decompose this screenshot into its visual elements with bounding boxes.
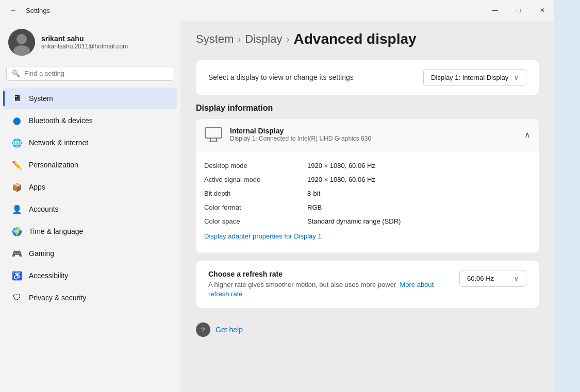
display-name-info: Internal Display Display 1: Connected to… [230, 127, 371, 142]
info-label-color-format: Color format [204, 203, 307, 211]
info-row-color-format: Color format RGB [204, 200, 531, 214]
sidebar-item-system-label: System [29, 94, 53, 103]
sidebar-item-accessibility-label: Accessibility [29, 271, 68, 280]
sidebar-item-personalization-label: Personalization [29, 161, 78, 169]
system-icon: 🖥 [11, 93, 23, 104]
close-button[interactable]: ✕ [531, 0, 554, 21]
personalization-icon: ✏️ [11, 159, 23, 171]
refresh-info: Choose a refresh rate A higher rate give… [208, 270, 449, 299]
info-row-bit-depth: Bit depth 8-bit [204, 186, 531, 200]
back-button[interactable]: ← [6, 3, 21, 18]
sidebar-item-accounts[interactable]: 👤 Accounts [3, 198, 177, 220]
main-content: System › Display › Advanced display Sele… [180, 21, 554, 392]
get-help-section[interactable]: ? Get help [196, 316, 539, 343]
privacy-icon: 🛡 [11, 292, 23, 303]
sidebar-item-time[interactable]: 🌍 Time & language [3, 220, 177, 242]
user-section: srikant sahu srikantsahu.2011@hotmail.co… [0, 21, 180, 66]
sidebar-item-system[interactable]: 🖥 System [3, 88, 177, 109]
user-email: srikantsahu.2011@hotmail.com [41, 43, 128, 50]
svg-point-2 [13, 45, 30, 56]
network-icon: 🌐 [11, 137, 23, 148]
maximize-button[interactable]: □ [507, 0, 531, 21]
info-value-color-space: Standard dynamic range (SDR) [307, 217, 401, 225]
info-row-color-space: Color space Standard dynamic range (SDR) [204, 214, 531, 228]
collapse-icon[interactable]: ∧ [524, 130, 531, 140]
accounts-icon: 👤 [11, 203, 23, 215]
titlebar: ← Settings — □ ✕ [0, 0, 554, 21]
sidebar-item-network[interactable]: 🌐 Network & internet [3, 132, 177, 154]
sidebar-item-personalization[interactable]: ✏️ Personalization [3, 154, 177, 176]
svg-rect-3 [205, 128, 222, 138]
settings-window: ← Settings — □ ✕ srikant sahu [0, 0, 554, 392]
gaming-icon: 🎮 [11, 248, 23, 259]
breadcrumb-current: Advanced display [294, 31, 417, 47]
svg-line-4 [210, 138, 211, 141]
selector-label: Select a display to view or change its s… [208, 73, 354, 83]
window-title: Settings [26, 7, 50, 14]
breadcrumb-system[interactable]: System [196, 32, 234, 46]
avatar [8, 29, 35, 56]
info-row-signal-mode: Active signal mode 1920 × 1080, 60.06 Hz [204, 173, 531, 186]
info-value-desktop-mode: 1920 × 1080, 60.06 Hz [307, 162, 375, 169]
sidebar-item-gaming[interactable]: 🎮 Gaming [3, 243, 177, 264]
sidebar-item-bluetooth-label: Bluetooth & devices [29, 116, 93, 125]
get-help-icon: ? [196, 322, 210, 337]
display-info-header: Internal Display Display 1: Connected to… [196, 119, 539, 150]
sidebar-item-privacy[interactable]: 🛡 Privacy & security [3, 287, 177, 309]
sidebar: srikant sahu srikantsahu.2011@hotmail.co… [0, 21, 180, 392]
breadcrumb: System › Display › Advanced display [196, 31, 539, 47]
search-box[interactable]: 🔍 [6, 66, 174, 81]
sidebar-item-privacy-label: Privacy & security [29, 294, 86, 302]
sidebar-item-gaming-label: Gaming [29, 249, 54, 258]
section-title-display-info: Display information [196, 104, 539, 113]
refresh-header: Choose a refresh rate A higher rate give… [208, 270, 526, 299]
display-details: Desktop mode 1920 × 1080, 60.06 Hz Activ… [196, 150, 539, 252]
user-info: srikant sahu srikantsahu.2011@hotmail.co… [41, 35, 128, 50]
bluetooth-icon: ⬤ [11, 115, 23, 126]
user-name: srikant sahu [41, 35, 128, 43]
info-value-color-format: RGB [307, 203, 322, 211]
search-input[interactable] [24, 70, 169, 77]
apps-icon: 📦 [11, 181, 23, 193]
refresh-desc: A higher rate gives smoother motion, but… [208, 280, 449, 299]
sidebar-item-network-label: Network & internet [29, 139, 88, 147]
window-controls: — □ ✕ [483, 0, 554, 21]
sidebar-item-bluetooth[interactable]: ⬤ Bluetooth & devices [3, 110, 177, 131]
search-icon: 🔍 [12, 70, 20, 77]
info-label-signal-mode: Active signal mode [204, 176, 307, 183]
info-label-color-space: Color space [204, 217, 307, 225]
display-selector-card: Select a display to view or change its s… [196, 60, 539, 95]
chevron-down-icon: ∨ [514, 74, 519, 81]
get-help-label: Get help [216, 326, 243, 334]
minimize-button[interactable]: — [483, 0, 507, 21]
adapter-properties-link[interactable]: Display adapter properties for Display 1 [204, 228, 322, 244]
refresh-chevron-down-icon: ∨ [514, 275, 519, 282]
svg-point-1 [16, 34, 27, 44]
refresh-rate-dropdown[interactable]: 60.06 Hz ∨ [459, 270, 526, 287]
refresh-rate-value: 60.06 Hz [467, 275, 494, 282]
sidebar-item-time-label: Time & language [29, 227, 83, 235]
accessibility-icon: ♿ [11, 270, 23, 281]
sidebar-item-apps[interactable]: 📦 Apps [3, 176, 177, 198]
info-value-signal-mode: 1920 × 1080, 60.06 Hz [307, 176, 375, 183]
time-icon: 🌍 [11, 226, 23, 237]
info-row-desktop-mode: Desktop mode 1920 × 1080, 60.06 Hz [204, 159, 531, 173]
svg-line-5 [216, 138, 217, 141]
content-area: srikant sahu srikantsahu.2011@hotmail.co… [0, 21, 554, 392]
monitor-icon [204, 125, 223, 144]
breadcrumb-sep-2: › [287, 34, 290, 45]
display-info-card: Internal Display Display 1: Connected to… [196, 119, 539, 252]
display-selector-dropdown[interactable]: Display 1: Internal Display ∨ [423, 69, 526, 86]
display-name: Internal Display [230, 127, 371, 135]
svg-text:?: ? [201, 326, 205, 334]
nav-list: 🖥 System ⬤ Bluetooth & devices 🌐 Network… [0, 87, 180, 309]
info-label-desktop-mode: Desktop mode [204, 162, 307, 169]
sidebar-item-accounts-label: Accounts [29, 205, 59, 213]
info-value-bit-depth: 8-bit [307, 190, 320, 197]
display-info-left: Internal Display Display 1: Connected to… [204, 125, 371, 144]
sidebar-item-apps-label: Apps [29, 183, 45, 191]
display-info-section: Display information [196, 104, 539, 252]
sidebar-item-accessibility[interactable]: ♿ Accessibility [3, 265, 177, 286]
breadcrumb-sep-1: › [238, 34, 241, 45]
breadcrumb-display[interactable]: Display [245, 32, 282, 46]
